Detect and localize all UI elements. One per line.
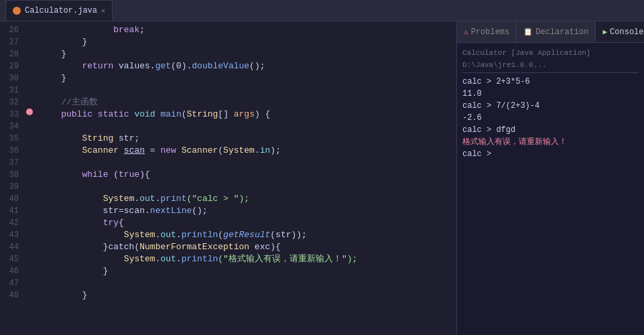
- breakpoint-slot[interactable]: [24, 263, 35, 275]
- breakpoint-slot[interactable]: [24, 70, 35, 82]
- breakpoint-slot[interactable]: [24, 82, 35, 94]
- line-number: 46: [3, 265, 19, 277]
- table-row: return values.get(0).doubleValue();: [40, 60, 451, 72]
- table-row: }: [40, 289, 451, 302]
- editor-area: 2627282930313233343536373839404142434445…: [0, 21, 456, 335]
- breakpoint-slot[interactable]: [24, 106, 35, 118]
- line-numbers: 2627282930313233343536373839404142434445…: [0, 21, 24, 335]
- code-token: exc: [249, 241, 270, 253]
- code-token: out: [160, 253, 176, 265]
- code-token: ("格式输入有误，请重新输入！");: [218, 253, 357, 265]
- editor-tab-label: Calculator.java: [25, 6, 97, 15]
- code-token: scan: [124, 145, 145, 157]
- breakpoint-slot[interactable]: [24, 154, 35, 166]
- tab-problems-label: Problems: [471, 27, 510, 37]
- breakpoint-slot[interactable]: [24, 58, 35, 70]
- code-token: try: [103, 217, 119, 229]
- line-number: 42: [3, 217, 19, 229]
- console-line: 11.0: [462, 88, 639, 100]
- code-token: }: [40, 289, 87, 302]
- line-number: 34: [3, 121, 19, 133]
- code-token: []: [218, 109, 229, 121]
- line-number: 27: [3, 36, 19, 48]
- breakpoint-slot[interactable]: [24, 94, 35, 106]
- code-token: }: [40, 36, 87, 48]
- declaration-icon: 📋: [523, 27, 533, 36]
- table-row: String str;: [40, 133, 451, 145]
- breakpoint-slot[interactable]: [24, 190, 35, 202]
- code-token: print: [160, 193, 186, 205]
- table-row: [40, 277, 451, 289]
- code-token: .: [255, 145, 260, 157]
- tab-console-label: Console: [610, 27, 643, 37]
- code-token: ){: [139, 169, 150, 181]
- breakpoint-slot[interactable]: [24, 130, 35, 142]
- table-row: }: [40, 48, 451, 60]
- tab-problems[interactable]: ⚠ Problems: [457, 21, 517, 42]
- code-token: true: [119, 169, 139, 181]
- breakpoint-slot[interactable]: [24, 287, 35, 299]
- breakpoint-slot[interactable]: [24, 275, 35, 287]
- problems-icon: ⚠: [464, 27, 468, 36]
- line-number: 40: [3, 193, 19, 205]
- code-token: }: [40, 265, 108, 277]
- code-token: getResult: [223, 229, 270, 241]
- code-token: [176, 145, 182, 157]
- tab-console[interactable]: ▶ Console: [596, 21, 644, 42]
- line-number: 29: [3, 60, 19, 72]
- breakpoint-slot[interactable]: [24, 202, 35, 214]
- breakpoint-dot: [26, 109, 33, 115]
- code-content[interactable]: break; } } return values.get(0).doubleVa…: [35, 21, 456, 335]
- code-token: ;: [139, 24, 145, 36]
- breakpoint-slot[interactable]: [24, 178, 35, 190]
- breakpoint-slot[interactable]: [24, 214, 35, 226]
- code-token: String: [82, 133, 113, 145]
- editor-tab-close[interactable]: ✕: [101, 7, 105, 15]
- breakpoint-slot[interactable]: [24, 118, 35, 130]
- code-token: [40, 253, 124, 265]
- top-bar: Calculator.java ✕: [0, 0, 644, 21]
- code-token: nextLine: [150, 205, 192, 217]
- code-token: [40, 24, 113, 36]
- table-row: //主函数: [40, 96, 451, 109]
- code-token: ();: [249, 60, 265, 72]
- code-token: =: [145, 145, 160, 157]
- tab-declaration[interactable]: 📋 Declaration: [517, 21, 596, 42]
- breakpoint-slot[interactable]: [24, 21, 35, 34]
- console-header: Calculator [Java Application] D:\Java\jr…: [462, 47, 639, 73]
- breakpoint-slot[interactable]: [24, 166, 35, 178]
- code-token: ("calc > ");: [186, 193, 249, 205]
- code-token: [92, 109, 98, 121]
- line-number: 31: [3, 84, 19, 96]
- code-token: .: [155, 253, 161, 265]
- breakpoint-slot[interactable]: [24, 142, 35, 154]
- breakpoint-slot[interactable]: [24, 46, 35, 58]
- table-row: [40, 121, 451, 133]
- breakpoint-slot[interactable]: [24, 34, 35, 46]
- code-token: .: [176, 229, 182, 241]
- table-row: str=scan.nextLine();: [40, 205, 451, 217]
- code-token: [40, 229, 124, 241]
- breakpoint-slot[interactable]: [24, 239, 35, 251]
- code-token: return: [82, 60, 113, 72]
- table-row: break;: [40, 24, 451, 36]
- line-number: 30: [3, 72, 19, 84]
- code-token: [40, 169, 82, 181]
- code-token: System: [103, 193, 135, 205]
- code-token: (: [182, 109, 187, 121]
- editor-tab[interactable]: Calculator.java ✕: [5, 0, 113, 21]
- line-number: 48: [3, 289, 19, 302]
- table-row: [40, 157, 451, 169]
- table-row: while (true){: [40, 169, 451, 181]
- breakpoint-slot[interactable]: [24, 251, 35, 263]
- breakpoint-slot[interactable]: [24, 226, 35, 239]
- code-token: {: [119, 217, 124, 229]
- code-token: out: [139, 193, 155, 205]
- code-token: [40, 193, 103, 205]
- line-number: 28: [3, 48, 19, 60]
- table-row: try{: [40, 217, 451, 229]
- code-token: [40, 217, 103, 229]
- line-number: 39: [3, 181, 19, 193]
- code-token: System: [223, 145, 255, 157]
- console-icon: ▶: [602, 27, 607, 36]
